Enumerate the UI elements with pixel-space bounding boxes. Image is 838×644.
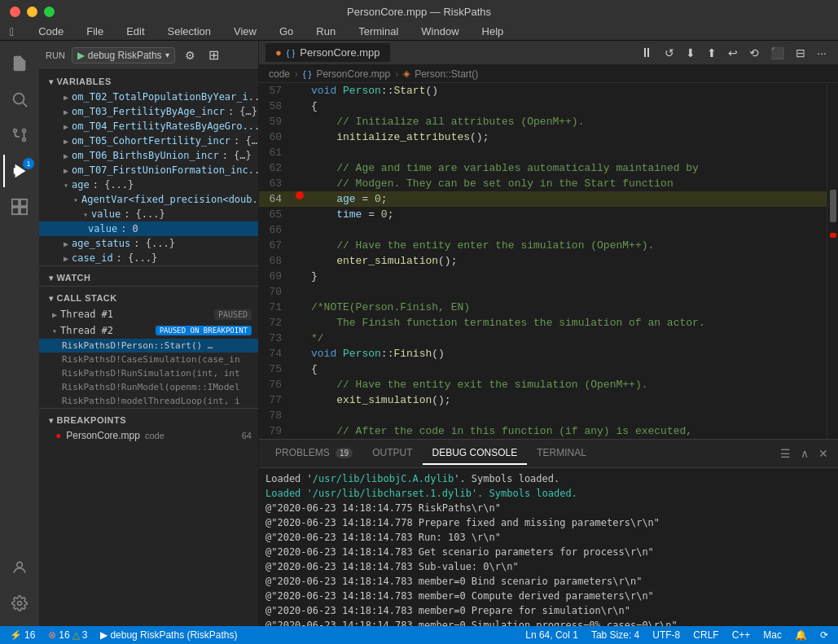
list-item-selected[interactable]: value: 0 bbox=[39, 221, 258, 236]
breakpoints-collapse-icon[interactable]: ▾ bbox=[49, 416, 54, 425]
tab-size[interactable]: Tab Size: 4 bbox=[588, 629, 643, 641]
menu-item-run[interactable]: Run bbox=[311, 24, 340, 39]
activity-bottom bbox=[3, 551, 36, 626]
breadcrumb-function[interactable]: Person::Start() bbox=[415, 68, 478, 80]
list-item[interactable]: ▶ om_T07_FirstUnionFormation_inc... bbox=[39, 163, 258, 177]
menu-item-window[interactable]: Window bbox=[416, 24, 463, 39]
expand-icon: ▾ bbox=[83, 210, 88, 219]
list-item[interactable]: ▶ om_T03_FertilityByAge_incr: {…} bbox=[39, 104, 258, 119]
debug-step-out-button[interactable]: ⬆ bbox=[702, 42, 722, 64]
svg-rect-8 bbox=[12, 199, 19, 206]
thread-2[interactable]: ▾ Thread #2 PAUSED ON BREAKPOINT bbox=[39, 322, 258, 339]
breadcrumb: code › { } PersonCore.mpp › ◈ Person::St… bbox=[259, 65, 838, 83]
callstack-header[interactable]: ▾ CALL STACK bbox=[39, 287, 258, 306]
menu-item-file[interactable]: File bbox=[81, 24, 108, 39]
menu-item-terminal[interactable]: Terminal bbox=[353, 24, 403, 39]
stack-frame[interactable]: RiskPathsD!modelThreadLoop(int, i bbox=[39, 394, 258, 408]
debug-step-over-button[interactable]: ↺ bbox=[660, 42, 679, 64]
status-bar: ⚡ 16 ⊗ 16 △ 3 ▶ debug RiskPaths (RiskPat… bbox=[0, 626, 838, 644]
platform-text: Mac bbox=[763, 629, 782, 641]
tab-debug-console[interactable]: DEBUG CONSOLE bbox=[423, 442, 528, 465]
menu-item-edit[interactable]: Edit bbox=[121, 24, 149, 39]
panel-up-button[interactable]: ∧ bbox=[797, 444, 812, 463]
remote-status[interactable]: ⚡ 16 bbox=[7, 629, 38, 641]
breadcrumb-file[interactable]: PersonCore.mpp bbox=[316, 68, 390, 80]
panel-close-button[interactable]: ✕ bbox=[815, 444, 831, 463]
source-control-icon[interactable] bbox=[3, 119, 36, 151]
panel-content[interactable]: Loaded '/usr/lib/libobjC.A.dylib'. Symbo… bbox=[259, 468, 838, 626]
extensions-icon[interactable] bbox=[3, 191, 36, 223]
list-item[interactable]: ▾ age: {...} bbox=[39, 177, 258, 192]
errors-status[interactable]: ⊗ 16 △ 3 bbox=[45, 629, 90, 641]
gear-icon[interactable]: ⚙ bbox=[182, 47, 199, 64]
list-item[interactable]: ▶ om_T02_TotalPopulationByYear_i... bbox=[39, 90, 258, 104]
console-line: @"2020-06-23 14:18:14.783 member=0 Simul… bbox=[265, 618, 831, 626]
account-icon[interactable] bbox=[3, 551, 36, 584]
debug-restart-button[interactable]: ↩ bbox=[723, 42, 743, 64]
close-button[interactable] bbox=[10, 7, 20, 17]
variables-collapse-icon[interactable]: ▾ bbox=[49, 77, 54, 86]
run-debug-icon[interactable]: 1 bbox=[3, 155, 36, 187]
list-item[interactable]: ▶ age_status: {...} bbox=[39, 236, 258, 251]
expand-icon: ▶ bbox=[64, 107, 68, 116]
search-icon[interactable] bbox=[3, 83, 36, 116]
variables-header[interactable]: ▾ VARIABLES bbox=[39, 70, 258, 90]
platform[interactable]: Mac bbox=[760, 629, 785, 641]
minimize-button[interactable] bbox=[27, 7, 37, 17]
editor-scrollbar[interactable] bbox=[827, 83, 838, 439]
breakpoint-source: code bbox=[145, 431, 165, 440]
maximize-button[interactable] bbox=[44, 7, 55, 17]
menu-item-help[interactable]: Help bbox=[477, 24, 509, 39]
menu-item-go[interactable]: Go bbox=[274, 24, 298, 39]
list-item[interactable]: ▾ AgentVar<fixed_precision<doub... bbox=[39, 192, 258, 207]
breakpoint-checkbox[interactable]: ● bbox=[55, 430, 61, 441]
stack-frame[interactable]: RiskPathsD!CaseSimulation(case_in bbox=[39, 353, 258, 366]
list-item[interactable]: ▶ om_T06_BirthsByUnion_incr: {…} bbox=[39, 148, 258, 163]
code-line-76: 76 // Have the entity exit the simulatio… bbox=[259, 377, 827, 392]
tab-output[interactable]: OUTPUT bbox=[362, 442, 422, 465]
language-mode[interactable]: C++ bbox=[729, 629, 754, 641]
editor-more-icon[interactable]: ··· bbox=[812, 42, 831, 64]
explorer-icon[interactable] bbox=[3, 47, 36, 80]
callstack-collapse-icon[interactable]: ▾ bbox=[49, 294, 54, 303]
debug-pause-button[interactable]: ⏸ bbox=[635, 42, 658, 64]
breakpoint-item[interactable]: ● PersonCore.mpp code 64 bbox=[39, 428, 258, 443]
code-area[interactable]: 57 void Person::Start() 58 { 59 // Initi… bbox=[259, 83, 827, 439]
line-ending[interactable]: CRLF bbox=[690, 629, 722, 641]
menu-item-selection[interactable]: Selection bbox=[163, 24, 216, 39]
thread-1[interactable]: ▶ Thread #1 PAUSED bbox=[39, 306, 258, 322]
debug-step-into-button[interactable]: ⬇ bbox=[681, 42, 700, 64]
list-item[interactable]: ▶ om_T05_CohortFertility_incr: {…} bbox=[39, 134, 258, 148]
tab-terminal[interactable]: TERMINAL bbox=[527, 442, 596, 465]
watch-collapse-icon[interactable]: ▾ bbox=[49, 274, 54, 283]
run-config-dropdown[interactable]: ▶ debug RiskPaths ▾ bbox=[72, 47, 175, 64]
breakpoints-header[interactable]: ▾ BREAKPOINTS bbox=[39, 409, 258, 428]
stack-frame[interactable]: RiskPathsD!Person::Start() … bbox=[39, 339, 258, 353]
encoding-text: UTF-8 bbox=[652, 629, 680, 641]
sync-icon[interactable]: ⟳ bbox=[817, 629, 831, 641]
debug-status[interactable]: ▶ debug RiskPaths (RiskPaths) bbox=[97, 629, 240, 641]
list-item[interactable]: ▶ case_id: {...} bbox=[39, 251, 258, 265]
debug-continue-button[interactable]: ⟲ bbox=[744, 42, 764, 64]
split-editor-icon[interactable]: ⊞ bbox=[205, 46, 222, 64]
watch-header[interactable]: ▾ WATCH bbox=[39, 266, 258, 286]
settings-icon[interactable] bbox=[3, 587, 36, 620]
code-line-65: 65 time = 0; bbox=[259, 207, 827, 222]
list-item[interactable]: ▶ om_T04_FertilityRatesByAgeGro... bbox=[39, 119, 258, 134]
panel-clear-button[interactable]: ☰ bbox=[777, 444, 794, 463]
scrollbar-thumb[interactable] bbox=[830, 190, 836, 222]
list-item[interactable]: ▾ value: {...} bbox=[39, 207, 258, 221]
stack-frame[interactable]: RiskPathsD!RunModel(openm::IModel bbox=[39, 380, 258, 394]
encoding[interactable]: UTF-8 bbox=[649, 629, 683, 641]
notification-icon[interactable]: 🔔 bbox=[792, 629, 810, 641]
stack-frame[interactable]: RiskPathsD!RunSimulation(int, int bbox=[39, 366, 258, 380]
scrollbar-breakpoint-marker bbox=[830, 233, 836, 238]
debug-stop-button[interactable]: ⬛ bbox=[766, 42, 789, 64]
menu-item-code[interactable]: Code bbox=[33, 24, 68, 39]
editor-split-icon[interactable]: ⊟ bbox=[791, 42, 810, 64]
tab-problems[interactable]: PROBLEMS 19 bbox=[265, 442, 362, 465]
file-tab[interactable]: ● { } PersonCore.mpp bbox=[265, 43, 390, 62]
breadcrumb-code[interactable]: code bbox=[269, 68, 290, 80]
menu-item-view[interactable]: View bbox=[229, 24, 261, 39]
cursor-position[interactable]: Ln 64, Col 1 bbox=[522, 629, 581, 641]
